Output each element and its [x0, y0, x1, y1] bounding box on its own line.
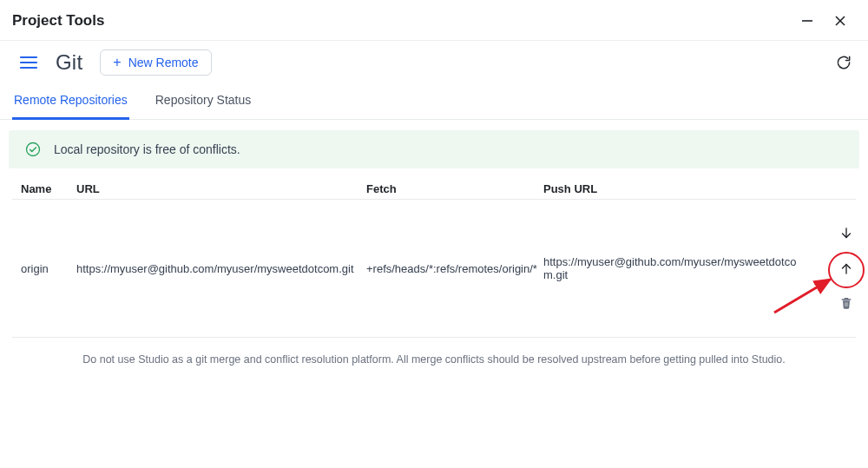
table-header: Name URL Fetch Push URL	[12, 168, 856, 200]
footer-note: Do not use Studio as a git merge and con…	[0, 338, 868, 366]
refresh-icon[interactable]	[835, 54, 852, 71]
push-icon[interactable]	[837, 259, 856, 278]
status-message: Local repository is free of conflicts.	[54, 142, 240, 156]
window-title: Project Tools	[12, 12, 104, 30]
tabs: Remote Repositories Repository Status	[0, 84, 868, 120]
col-push-url: Push URL	[543, 182, 804, 195]
col-fetch: Fetch	[366, 182, 540, 195]
cell-url: https://myuser@github.com/myuser/mysweet…	[76, 262, 363, 275]
table-row: origin https://myuser@github.com/myuser/…	[12, 200, 856, 338]
cell-name: origin	[21, 262, 73, 275]
pull-icon[interactable]	[837, 224, 856, 243]
titlebar: Project Tools	[0, 0, 868, 41]
trash-icon[interactable]	[837, 293, 856, 313]
cell-push-url: https://myuser@github.com/myuser/mysweet…	[543, 255, 804, 281]
row-actions	[837, 224, 859, 313]
menu-icon[interactable]	[19, 55, 38, 70]
tab-label: Repository Status	[155, 93, 252, 107]
window-controls	[800, 14, 854, 28]
tab-repository-status[interactable]: Repository Status	[154, 84, 253, 120]
tab-remote-repositories[interactable]: Remote Repositories	[12, 84, 129, 120]
plus-icon: +	[113, 56, 121, 69]
toolbar: Git + New Remote	[0, 41, 868, 84]
close-icon[interactable]	[833, 14, 847, 28]
col-name: Name	[21, 182, 73, 195]
col-url: URL	[76, 182, 363, 195]
tab-label: Remote Repositories	[14, 93, 128, 107]
remotes-table: Name URL Fetch Push URL origin https://m…	[0, 168, 868, 338]
new-remote-label: New Remote	[128, 56, 199, 69]
check-circle-icon	[24, 141, 42, 158]
toolbar-left: Git + New Remote	[19, 49, 212, 76]
page-title: Git	[56, 50, 82, 75]
cell-fetch: +refs/heads/*:refs/remotes/origin/*	[366, 262, 540, 275]
svg-point-6	[27, 143, 40, 156]
minimize-icon[interactable]	[800, 14, 814, 28]
new-remote-button[interactable]: + New Remote	[100, 49, 211, 76]
svg-line-9	[774, 280, 830, 313]
status-banner: Local repository is free of conflicts.	[9, 130, 859, 168]
